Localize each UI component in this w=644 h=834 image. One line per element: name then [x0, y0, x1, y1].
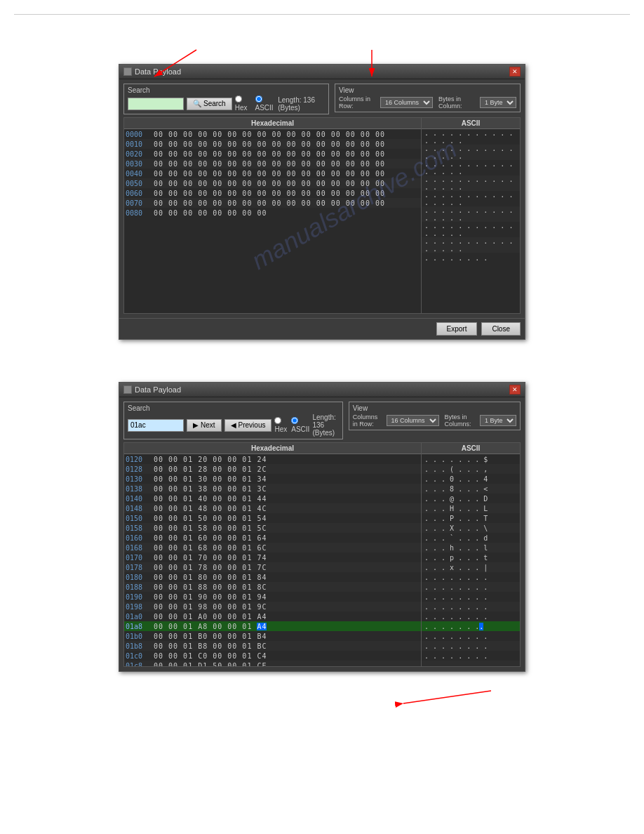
ascii-row: . . . 0 . . . 4 — [422, 474, 520, 484]
row-address: 0198 — [126, 603, 151, 611]
hex-bytes: 00 00 01 60 00 00 01 64 — [154, 534, 267, 542]
top-window-close-button[interactable]: ✕ — [509, 67, 521, 77]
export-button[interactable]: Export — [436, 322, 478, 336]
bottom-search-row: ▶ Next ◀ Previous — [128, 413, 339, 437]
hex-bytes: 00 00 01 70 00 00 01 74 — [154, 554, 267, 562]
prev-button[interactable]: ◀ Previous — [224, 419, 272, 432]
search-input[interactable] — [128, 98, 184, 110]
bottom-ascii-header: ASCII — [422, 443, 520, 454]
table-row: 004000 00 00 00 00 00 00 00 00 00 00 00 … — [124, 168, 421, 178]
view-group: View Columns in Row: 16 Columns Bytes in… — [335, 84, 521, 112]
table-row: 013800 00 01 38 00 00 01 3C — [124, 484, 421, 494]
table-row: 019000 00 01 90 00 00 01 94 — [124, 592, 421, 602]
ascii-row: . . . P . . . T — [422, 513, 520, 523]
view-row: Columns in Row: 16 Columns Bytes in Colu… — [339, 95, 516, 110]
columns-select[interactable]: 16 Columns — [380, 97, 433, 108]
table-row: 017800 00 01 78 00 00 01 7C — [124, 562, 421, 572]
hex-bytes: 00 00 01 40 00 00 01 44 — [154, 495, 267, 503]
hex-bytes: 00 00 00 00 00 00 00 00 — [154, 209, 267, 217]
bottom-ascii-radio-label[interactable]: ASCII — [291, 417, 309, 433]
row-address: 0000 — [126, 131, 151, 138]
ascii-row: . . . . . . . . — [422, 592, 520, 602]
search-button[interactable]: 🔍 Search — [187, 98, 232, 110]
ascii-row: . . . . . . . . . . . . . . . . — [422, 129, 520, 145]
row-address: 0140 — [126, 495, 151, 503]
top-hex-area: Hexadecimal 000000 00 00 00 00 00 00 00 … — [123, 117, 521, 314]
row-address: 01b8 — [126, 642, 151, 650]
table-row: 015800 00 01 58 00 00 01 5C — [124, 523, 421, 533]
table-row: 012800 00 01 28 00 00 01 2C — [124, 464, 421, 474]
hex-bytes: 00 00 01 88 00 00 01 8C — [154, 583, 267, 591]
table-row: 01a000 00 01 A0 00 00 01 A4 — [124, 611, 421, 621]
ascii-radio-label[interactable]: ASCII — [255, 95, 276, 112]
hex-bytes: 00 00 01 28 00 00 01 2C — [154, 465, 267, 473]
ascii-row: . . . @ . . . D — [422, 494, 520, 503]
bottom-window-icon — [123, 385, 132, 394]
row-address: 0168 — [126, 544, 151, 552]
view-label: View — [339, 86, 516, 94]
bottom-bytes-select[interactable]: 1 Byte — [480, 415, 516, 426]
bottom-view-group: View Columns in Row: 16 Columns Bytes in… — [349, 402, 521, 430]
length-label: Length: 136 (Bytes) — [278, 96, 325, 112]
top-ascii-column: ASCII . . . . . . . . . . . . . . . .. .… — [422, 118, 520, 313]
ascii-row: . . . ( . . . , — [422, 464, 520, 474]
ascii-row: . . . . . . . . — [422, 631, 520, 641]
table-row: 018000 00 01 80 00 00 01 84 — [124, 572, 421, 582]
row-address: 01a8 — [126, 623, 151, 630]
close-button[interactable]: Close — [481, 322, 521, 336]
hex-bytes: 00 00 01 A8 00 00 01 A4 — [154, 623, 267, 630]
row-address: 0130 — [126, 475, 151, 483]
ascii-row: . . . . . . . . . . . . . . . . — [422, 206, 520, 222]
row-address: 0180 — [126, 574, 151, 581]
row-address: 0170 — [126, 554, 151, 562]
row-address: 0150 — [126, 515, 151, 522]
ascii-row: . . . . . . . . — [422, 611, 520, 621]
bottom-hex-radio[interactable] — [274, 417, 281, 424]
bottom-hex-column: Hexadecimal 012000 00 01 20 00 00 01 240… — [124, 443, 422, 666]
highlighted-char: . — [479, 623, 483, 630]
ascii-row: . . . . . . . . — [422, 621, 520, 631]
table-row: 017000 00 01 70 00 00 01 74 — [124, 552, 421, 562]
table-row: 016800 00 01 68 00 00 01 6C — [124, 543, 421, 552]
bottom-window-close-button[interactable]: ✕ — [509, 385, 521, 395]
hex-bytes: 00 00 01 30 00 00 01 34 — [154, 475, 267, 483]
ascii-row: . . . . . . . . . . . . . . . . — [422, 145, 520, 160]
hex-radio-label[interactable]: Hex — [235, 95, 251, 112]
hex-radio[interactable] — [235, 95, 242, 102]
row-address: 0138 — [126, 485, 151, 493]
bytes-select[interactable]: 1 Byte — [480, 97, 516, 108]
top-ascii-header: ASCII — [422, 118, 520, 129]
next-button[interactable]: ▶ Next — [187, 419, 222, 432]
table-row: 016000 00 01 60 00 00 01 64 — [124, 533, 421, 543]
ascii-row: . . . . . . . . . . . . . . . . — [422, 191, 520, 206]
row-address: 0040 — [126, 170, 151, 178]
row-address: 01a0 — [126, 613, 151, 621]
bottom-ascii-radio[interactable] — [291, 417, 298, 424]
bottom-view-label: View — [353, 404, 516, 412]
bottom-columns-label: Columns in Row: — [353, 413, 381, 428]
ascii-row: . . . . . . . . — [422, 661, 520, 666]
bottom-columns-select[interactable]: 16 Columns — [387, 415, 439, 426]
table-row: 018800 00 01 88 00 00 01 8C — [124, 582, 421, 592]
table-row: 005000 00 00 00 00 00 00 00 00 00 00 00 … — [124, 178, 421, 188]
bottom-hex-radio-label[interactable]: Hex — [274, 417, 287, 433]
top-hex-rows: 000000 00 00 00 00 00 00 00 00 00 00 00 … — [124, 129, 421, 218]
row-address: 0148 — [126, 505, 151, 512]
ascii-radio[interactable] — [255, 95, 262, 102]
top-hex-column: Hexadecimal 000000 00 00 00 00 00 00 00 … — [124, 118, 422, 313]
search-label: Search — [128, 86, 325, 94]
row-address: 0060 — [126, 190, 151, 197]
row-address: 0030 — [126, 160, 151, 168]
hex-bytes: 00 00 01 50 00 00 01 54 — [154, 515, 267, 522]
top-window-body: Search 🔍 Search Hex — [119, 79, 525, 318]
hex-bytes: 00 00 01 80 00 00 01 84 — [154, 574, 267, 581]
bottom-length-label: Length: 136 (Bytes) — [312, 413, 338, 437]
row-address: 01c8 — [126, 662, 151, 667]
hex-bytes: 00 00 01 B0 00 00 01 B4 — [154, 633, 267, 640]
bottom-search-group: Search ▶ Next ◀ Previous — [123, 402, 343, 439]
bottom-search-input[interactable] — [128, 419, 184, 432]
row-address: 0050 — [126, 180, 151, 187]
bytes-label: Bytes in Column: — [438, 95, 474, 110]
top-ascii-rows: . . . . . . . . . . . . . . . .. . . . .… — [422, 129, 520, 263]
row-address: 0158 — [126, 524, 151, 532]
